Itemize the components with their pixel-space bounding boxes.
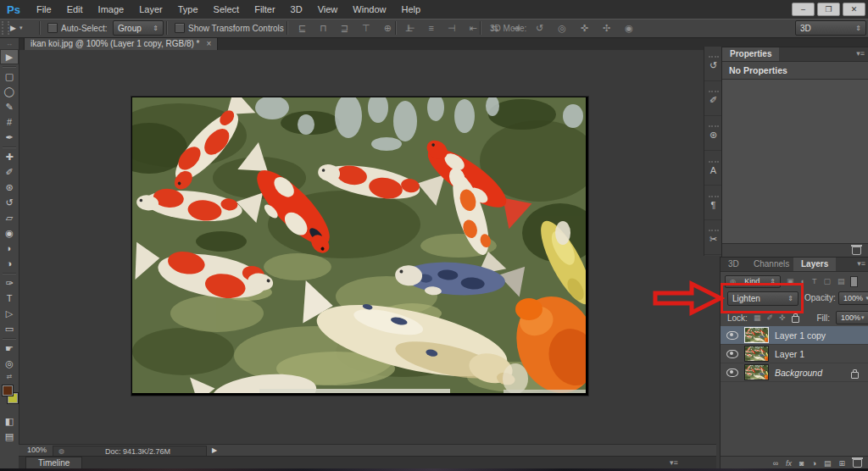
clone-stamp-tool[interactable]: ⊛ <box>0 180 19 195</box>
toolbar-grip[interactable]: ↔ <box>6 37 13 49</box>
auto-select-checkbox[interactable] <box>47 23 58 33</box>
opacity-dropdown[interactable]: 100% ▾ <box>838 291 868 305</box>
layer-effects-icon[interactable]: fx <box>786 459 792 468</box>
menu-type[interactable]: Type <box>170 0 206 19</box>
3d-pan-icon[interactable]: ✜ <box>577 23 592 34</box>
menu-3d[interactable]: 3D <box>283 0 310 19</box>
visibility-eye-icon[interactable] <box>726 368 738 377</box>
eraser-tool[interactable]: ▱ <box>0 210 19 225</box>
menu-file[interactable]: File <box>29 0 59 19</box>
3d-camera-icon[interactable]: ◉ <box>621 23 637 34</box>
layer-thumbnail[interactable] <box>744 327 769 343</box>
distribute-left-icon[interactable]: ⇤ <box>466 23 481 34</box>
shape-tool[interactable]: ▭ <box>0 321 19 336</box>
eyedropper-tool[interactable]: ✒ <box>0 130 19 145</box>
new-layer-icon[interactable]: ⊞ <box>838 459 845 468</box>
menu-layer[interactable]: Layer <box>131 0 170 19</box>
move-tool-caret-icon[interactable]: ▾ <box>19 25 23 31</box>
type-tool[interactable]: T <box>0 291 19 306</box>
document-tab-close-icon[interactable]: × <box>207 39 212 48</box>
screen-mode-button[interactable]: ▤ <box>0 429 19 444</box>
properties-delete-icon[interactable] <box>852 247 861 255</box>
align-right-edges-icon[interactable]: ⊒ <box>337 23 352 34</box>
visibility-eye-icon[interactable] <box>726 350 738 358</box>
marquee-tool[interactable]: ▢ <box>0 69 19 84</box>
adjustment-layer-icon[interactable]: ◑ <box>812 459 816 468</box>
quick-mask-button[interactable]: ◧ <box>0 413 19 429</box>
distribute-centers-icon[interactable]: ≡ <box>426 23 437 33</box>
lasso-tool[interactable]: ◯ <box>0 84 19 99</box>
layer-row-layer1copy[interactable]: Layer 1 copy <box>721 326 868 345</box>
3d-slide-icon[interactable]: ✣ <box>599 23 614 34</box>
visibility-eye-icon[interactable] <box>726 331 738 340</box>
status-play-icon[interactable]: ▶ <box>212 446 217 454</box>
layer-name[interactable]: Background <box>775 368 822 378</box>
layer-name[interactable]: Layer 1 copy <box>775 330 826 341</box>
align-left-edges-icon[interactable]: ⊑ <box>295 23 309 34</box>
filter-shape-layers-icon[interactable]: ▢ <box>822 277 832 285</box>
hand-tool[interactable]: ☛ <box>0 341 19 356</box>
pen-tool[interactable]: ✑ <box>0 275 19 291</box>
filter-toggle-icon[interactable] <box>850 276 858 287</box>
document-tab[interactable]: ikan koi.jpg @ 100% (Layer 1 copy, RGB/8… <box>24 37 218 50</box>
fill-dropdown[interactable]: 100% ▾ <box>836 311 868 324</box>
paint-bucket-tool[interactable]: ◉ <box>0 225 19 241</box>
workspace-dropdown[interactable]: 3D ⇕ <box>795 20 866 36</box>
foreground-color-swatch[interactable] <box>2 385 14 396</box>
tab-3d[interactable]: 3D <box>721 258 747 271</box>
3d-orbit-icon[interactable]: ↺ <box>532 23 547 34</box>
history-brush-tool[interactable]: ↺ <box>0 195 19 210</box>
layer-row-background[interactable]: Background <box>721 363 868 382</box>
delete-layer-icon[interactable] <box>853 459 862 468</box>
menu-select[interactable]: Select <box>206 0 248 19</box>
menu-view[interactable]: View <box>310 0 346 19</box>
character-panel-button[interactable]: A <box>704 151 722 186</box>
menu-filter[interactable]: Filter <box>247 0 282 19</box>
path-selection-tool[interactable]: ▷ <box>0 306 19 321</box>
properties-panel-menu-icon[interactable]: ▾≡ <box>856 49 865 58</box>
distribute-top-icon[interactable]: ⊢ <box>403 23 419 34</box>
align-vertical-centers-icon[interactable]: ⊕ <box>381 23 395 34</box>
layer-group-icon[interactable]: ▤ <box>824 459 832 468</box>
document-canvas[interactable] <box>131 97 588 396</box>
menu-edit[interactable]: Edit <box>59 0 91 19</box>
timeline-tab[interactable]: Timeline <box>25 457 82 469</box>
distribute-bottom-icon[interactable]: ⊣ <box>444 23 459 34</box>
crop-tool[interactable]: # <box>0 114 19 130</box>
move-tool[interactable]: ▶ <box>0 49 19 64</box>
layer-thumbnail[interactable] <box>744 346 769 362</box>
layer-row-layer1[interactable]: Layer 1 <box>721 345 868 363</box>
filter-type-layers-icon[interactable]: T <box>811 277 818 285</box>
spot-healing-tool[interactable]: ✚ <box>0 149 19 164</box>
swap-colors-icon[interactable]: ⇄ <box>0 371 19 381</box>
lock-all-icon[interactable] <box>792 316 799 323</box>
lock-image-pixels-icon[interactable]: ✐ <box>766 313 773 322</box>
minimize-button[interactable]: – <box>792 3 815 16</box>
timeline-panel-menu-icon[interactable]: ▾≡ <box>670 458 678 467</box>
dodge-tool[interactable]: ◑ <box>0 256 19 271</box>
layer-name[interactable]: Layer 1 <box>775 349 804 359</box>
tab-channels[interactable]: Channels <box>746 258 797 271</box>
layers-panel-menu-icon[interactable]: ▾≡ <box>857 259 865 268</box>
lock-position-icon[interactable]: ✜ <box>779 313 786 322</box>
brush-tool[interactable]: ✐ <box>0 164 19 180</box>
close-button[interactable]: ✕ <box>843 3 865 16</box>
auto-select-group-dropdown[interactable]: Group ⇕ <box>113 20 164 36</box>
clone-source-panel-button[interactable]: ⊛ <box>704 116 722 151</box>
brush-panel-button[interactable]: ✐ <box>704 81 722 116</box>
align-top-edges-icon[interactable]: ⊤ <box>359 23 374 34</box>
zoom-tool[interactable]: ◎ <box>0 356 19 371</box>
quick-selection-tool[interactable]: ✎ <box>0 99 19 114</box>
link-layers-icon[interactable]: ∞ <box>773 459 778 468</box>
restore-button[interactable]: ❐ <box>817 3 840 16</box>
layer-thumbnail[interactable] <box>744 364 769 380</box>
tool-presets-panel-button[interactable]: ✂ <box>704 220 722 255</box>
layer-mask-icon[interactable]: ◙ <box>799 459 804 468</box>
menu-help[interactable]: Help <box>393 0 428 19</box>
status-globe-icon[interactable]: ◍ <box>58 447 64 455</box>
paragraph-panel-button[interactable]: ¶ <box>704 186 722 220</box>
tab-layers[interactable]: Layers <box>793 258 836 271</box>
show-transform-checkbox[interactable] <box>175 23 185 33</box>
history-panel-button[interactable]: ↺ <box>704 47 722 81</box>
lock-transparent-pixels-icon[interactable]: ▦ <box>754 313 761 322</box>
